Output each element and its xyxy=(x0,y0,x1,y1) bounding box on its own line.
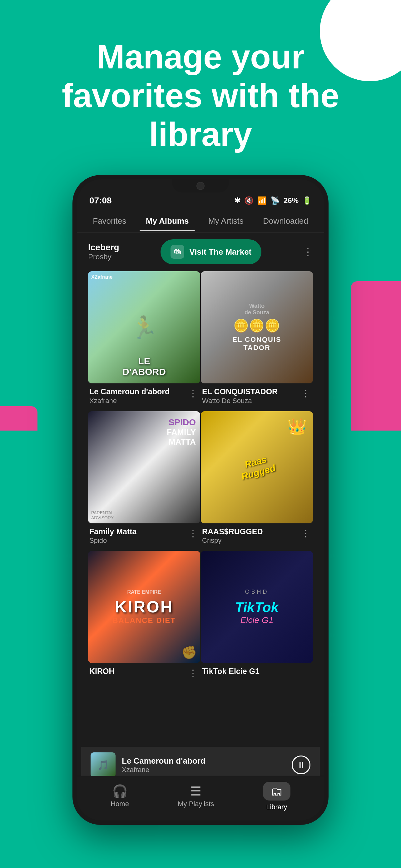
album-card-kiroh[interactable]: RATE EMPIRE KIROH BALANCE DIET ✊ KIROH xyxy=(88,551,200,685)
status-time: 07:08 xyxy=(89,195,112,206)
market-icon: 🛍 xyxy=(170,245,184,259)
now-playing-title: Le Cameroun d'abord xyxy=(122,756,286,766)
pause-icon: ⏸ xyxy=(297,760,305,770)
nav-library-label: Library xyxy=(266,803,287,811)
album-title: KIROH xyxy=(89,666,187,677)
tab-my-artists[interactable]: My Artists xyxy=(202,212,250,230)
library-header: Iceberg Prosby 🛍 Visit The Market ⋮ xyxy=(77,232,324,271)
album-title: Le Cameroun d'abord xyxy=(89,386,187,397)
album-art-el-conquistador: Wattode Souza 🪙🪙🪙 EL CONQUISTADOR xyxy=(201,271,313,383)
mute-icon: 🔇 xyxy=(244,196,254,205)
phone-notch xyxy=(172,179,229,192)
nav-playlists[interactable]: ☰ My Playlists xyxy=(178,785,214,808)
album-more-icon[interactable]: ⋮ xyxy=(300,386,312,400)
album-more-icon[interactable]: ⋮ xyxy=(187,526,199,540)
phone-screen: 07:08 ✱ 🔇 📶 📡 26% 🔋 Favorites My Albums xyxy=(77,179,324,820)
album-artist: Xzafrane xyxy=(89,397,187,405)
album-info-kiroh: KIROH ⋮ xyxy=(88,666,200,685)
camera-sensor xyxy=(196,182,205,190)
wifi-icon: 📶 xyxy=(257,196,267,205)
market-label: Visit The Market xyxy=(189,247,252,257)
market-pill[interactable]: 🛍 Visit The Market xyxy=(161,239,261,264)
album-artist: Spido xyxy=(89,536,187,545)
phone-mockup: 07:08 ✱ 🔇 📶 📡 26% 🔋 Favorites My Albums xyxy=(72,175,329,831)
library-title: Iceberg xyxy=(88,243,119,252)
album-artist: Crispy xyxy=(202,536,300,545)
battery-icon: 🔋 xyxy=(302,196,312,205)
signal-icon: 📡 xyxy=(270,196,280,205)
playlist-icon: ☰ xyxy=(190,785,201,797)
album-grid: XZafrane LED'ABORD 🏃 Le Cameroun d'abord… xyxy=(77,271,324,685)
album-more-icon[interactable]: ⋮ xyxy=(300,526,312,540)
now-playing-thumbnail: 🎵 xyxy=(91,752,115,777)
album-title: EL CONQUISTADOR xyxy=(202,386,300,397)
nav-library[interactable]: 🗂 Library xyxy=(263,782,291,811)
bluetooth-icon: ✱ xyxy=(234,196,240,205)
album-title: RAAS$RUGGED xyxy=(202,526,300,537)
album-info-le-cameroun: Le Cameroun d'abord Xzafrane ⋮ xyxy=(88,386,200,410)
library-title-group: Iceberg Prosby xyxy=(88,243,119,261)
album-info-tiktok: TikTok Elcie G1 xyxy=(201,666,313,682)
album-art-raas-rugged: RaasRugged 👑 xyxy=(201,411,313,523)
album-card-raas-rugged[interactable]: RaasRugged 👑 RAAS$RUGGED Crispy ⋮ xyxy=(201,411,313,551)
status-icons: ✱ 🔇 📶 📡 26% 🔋 xyxy=(234,196,312,205)
more-options-icon[interactable]: ⋮ xyxy=(303,246,313,258)
tab-bar: Favorites My Albums My Artists Downloade… xyxy=(77,210,324,232)
tab-favorites[interactable]: Favorites xyxy=(87,212,132,230)
album-card-le-cameroun[interactable]: XZafrane LED'ABORD 🏃 Le Cameroun d'abord… xyxy=(88,271,200,410)
bottom-nav: 🎧 Home ☰ My Playlists 🗂 Library xyxy=(77,776,324,820)
library-icon: 🗂 xyxy=(270,784,283,798)
nav-home[interactable]: 🎧 Home xyxy=(110,785,129,808)
album-title: TikTok Elcie G1 xyxy=(202,666,312,677)
album-art-tiktok: GBHD TikTok Elcie G1 xyxy=(201,551,313,663)
album-art-family-matta: SPIDO FAMILYMATTA PARENTALADVISORY xyxy=(88,411,200,523)
album-title: Family Matta xyxy=(89,526,187,537)
album-art-kiroh: RATE EMPIRE KIROH BALANCE DIET ✊ xyxy=(88,551,200,663)
tab-downloaded[interactable]: Downloaded xyxy=(257,212,314,230)
nav-playlists-label: My Playlists xyxy=(178,800,214,808)
album-artist: Watto De Souza xyxy=(202,397,300,405)
album-info-raas-rugged: RAAS$RUGGED Crispy ⋮ xyxy=(201,526,313,551)
now-playing-info: Le Cameroun d'abord Xzafrane xyxy=(122,756,286,774)
battery-text: 26% xyxy=(283,196,299,205)
hero-title: Manage your favorites with the library xyxy=(0,37,401,154)
album-card-tiktok[interactable]: GBHD TikTok Elcie G1 TikTok Elcie G1 xyxy=(201,551,313,685)
nav-library-bg: 🗂 xyxy=(263,782,291,801)
album-info-family-matta: Family Matta Spido ⋮ xyxy=(88,526,200,551)
nav-home-label: Home xyxy=(110,800,129,808)
now-playing-artist: Xzafrane xyxy=(122,766,286,774)
home-icon: 🎧 xyxy=(112,785,128,797)
album-card-el-conquistador[interactable]: Wattode Souza 🪙🪙🪙 EL CONQUISTADOR EL CON… xyxy=(201,271,313,410)
album-info-el-conquistador: EL CONQUISTADOR Watto De Souza ⋮ xyxy=(201,386,313,410)
phone-shell: 07:08 ✱ 🔇 📶 📡 26% 🔋 Favorites My Albums xyxy=(72,175,329,825)
library-subtitle: Prosby xyxy=(88,252,119,261)
album-art-le-cameroun: XZafrane LED'ABORD 🏃 xyxy=(88,271,200,383)
album-more-icon[interactable]: ⋮ xyxy=(187,386,199,400)
album-card-family-matta[interactable]: SPIDO FAMILYMATTA PARENTALADVISORY Famil… xyxy=(88,411,200,551)
album-more-icon[interactable]: ⋮ xyxy=(187,666,199,680)
tab-my-albums[interactable]: My Albums xyxy=(140,212,195,230)
pause-button[interactable]: ⏸ xyxy=(292,755,310,774)
